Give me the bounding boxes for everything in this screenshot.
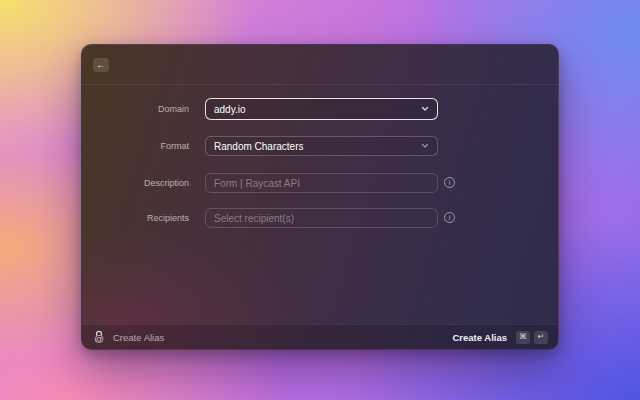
form-row-description: Description i: [82, 173, 558, 193]
back-arrow-icon: ←: [96, 60, 106, 70]
form-row-format: Format Random Characters: [82, 136, 558, 156]
footer-right: Create Alias ⌘ ↵: [452, 331, 548, 344]
form-row-domain: Domain addy.io: [82, 98, 558, 120]
create-alias-button[interactable]: Create Alias: [452, 332, 507, 343]
command-title: Create Alias: [113, 332, 164, 343]
domain-value: addy.io: [214, 104, 246, 115]
form-row-recipients: Recipients i: [82, 208, 558, 228]
chevron-down-icon: [421, 105, 429, 113]
domain-dropdown[interactable]: addy.io: [205, 98, 438, 120]
action-bar: @ Create Alias Create Alias ⌘ ↵: [82, 324, 558, 349]
return-key-badge: ↵: [534, 331, 548, 344]
description-input[interactable]: [205, 173, 438, 193]
chevron-down-icon: [421, 142, 429, 150]
info-icon[interactable]: i: [444, 212, 455, 223]
recipients-input[interactable]: [205, 208, 438, 228]
back-button[interactable]: ←: [93, 58, 109, 72]
info-glyph: i: [449, 214, 451, 221]
raycast-window: ← Domain addy.io Format Random Character…: [81, 44, 559, 350]
window-header: ←: [82, 45, 558, 84]
header-divider: [82, 84, 558, 85]
domain-label: Domain: [82, 98, 189, 120]
addy-io-lock-at-icon: @: [92, 330, 106, 344]
description-label: Description: [82, 173, 189, 193]
footer-app: @ Create Alias: [92, 330, 164, 344]
info-icon[interactable]: i: [444, 177, 455, 188]
format-dropdown[interactable]: Random Characters: [205, 136, 438, 156]
info-glyph: i: [449, 179, 451, 186]
svg-text:@: @: [94, 333, 104, 344]
command-key-badge: ⌘: [516, 331, 530, 344]
format-label: Format: [82, 136, 189, 156]
recipients-label: Recipients: [82, 208, 189, 228]
format-value: Random Characters: [214, 141, 303, 152]
